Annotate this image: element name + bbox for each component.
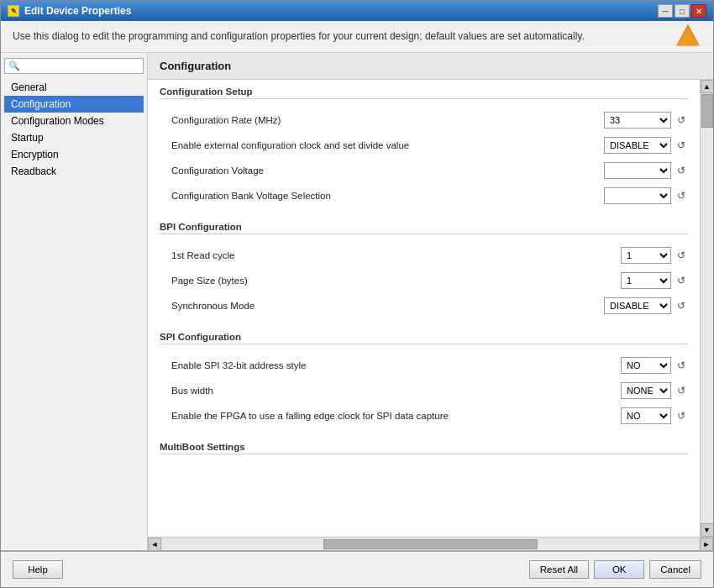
section-title-spi: SPI Configuration: [160, 332, 688, 344]
description-area: Use this dialog to edit the programming …: [1, 21, 713, 53]
h-scroll-thumb[interactable]: [323, 539, 538, 549]
section-spi: SPI Configuration: [148, 325, 700, 353]
scroll-right-button[interactable]: ►: [700, 538, 713, 551]
control-falling-edge: NOYES ↺: [621, 407, 688, 424]
label-read-cycle: 1st Read cycle: [171, 250, 621, 260]
minimize-button[interactable]: ─: [658, 4, 673, 18]
refresh-spi-address[interactable]: ↺: [675, 359, 688, 372]
select-config-voltage[interactable]: 1.8V2.5V3.3V: [604, 162, 671, 179]
label-falling-edge: Enable the FPGA to use a falling edge cl…: [171, 411, 621, 421]
section-bpi: BPI Configuration: [148, 215, 700, 243]
label-config-rate: Configuration Rate (MHz): [171, 115, 604, 125]
description-bar: Use this dialog to edit the programming …: [1, 21, 713, 53]
bottom-left: Help: [13, 560, 63, 579]
right-panel: Configuration Configuration Setup Config…: [148, 53, 713, 550]
select-sync-mode[interactable]: DISABLEENABLE: [604, 297, 671, 314]
refresh-sync-mode[interactable]: ↺: [675, 299, 688, 312]
refresh-config-rate[interactable]: ↺: [675, 113, 688, 127]
section-title-config-setup: Configuration Setup: [160, 87, 688, 99]
sidebar-item-startup[interactable]: Startup: [4, 129, 144, 146]
row-ext-clock: Enable external configuration clock and …: [148, 133, 700, 158]
sidebar-item-readback[interactable]: Readback: [4, 163, 144, 180]
control-sync-mode: DISABLEENABLE ↺: [604, 297, 688, 314]
label-bank-voltage: Configuration Bank Voltage Selection: [171, 191, 604, 201]
window-icon: ✎: [8, 5, 19, 17]
label-config-voltage: Configuration Voltage: [171, 165, 604, 176]
scroll-up-button[interactable]: ▲: [701, 80, 714, 93]
help-button[interactable]: Help: [13, 560, 63, 579]
section-title-multiboot: MultiBoot Settings: [160, 442, 688, 454]
control-bus-width: NONE124 ↺: [621, 382, 688, 399]
row-falling-edge: Enable the FPGA to use a falling edge cl…: [148, 403, 700, 428]
row-bus-width: Bus width NONE124 ↺: [148, 378, 700, 403]
panel-header: Configuration: [148, 53, 713, 80]
select-spi-address[interactable]: NOYES: [621, 357, 671, 374]
row-sync-mode: Synchronous Mode DISABLEENABLE ↺: [148, 293, 700, 318]
main-content: 🔍 General Configuration Configuration Mo…: [1, 53, 713, 550]
control-read-cycle: 1234 ↺: [621, 247, 688, 264]
title-bar-left: ✎ Edit Device Properties: [8, 5, 131, 17]
reset-all-button[interactable]: Reset All: [529, 560, 589, 579]
control-spi-address: NOYES ↺: [621, 357, 688, 374]
sidebar-item-configuration[interactable]: Configuration: [4, 96, 144, 113]
bottom-right: Reset All OK Cancel: [529, 560, 701, 579]
refresh-bank-voltage[interactable]: ↺: [675, 189, 688, 202]
label-ext-clock: Enable external configuration clock and …: [171, 140, 604, 150]
label-page-size: Page Size (bytes): [171, 276, 621, 286]
control-page-size: 14816 ↺: [621, 272, 688, 289]
search-icon: 🔍: [8, 60, 20, 71]
row-config-rate: Configuration Rate (MHz) 33631 ↺: [148, 108, 700, 133]
sidebar: 🔍 General Configuration Configuration Mo…: [1, 53, 148, 550]
select-falling-edge[interactable]: NOYES: [621, 407, 671, 424]
section-config-setup: Configuration Setup: [148, 80, 700, 108]
control-config-rate: 33631 ↺: [604, 112, 688, 129]
section-multiboot: MultiBoot Settings: [148, 435, 700, 476]
search-input[interactable]: [22, 60, 139, 71]
control-ext-clock: DISABLEENABLE ↺: [604, 137, 688, 154]
select-read-cycle[interactable]: 1234: [621, 247, 671, 264]
row-page-size: Page Size (bytes) 14816 ↺: [148, 268, 700, 293]
ok-button[interactable]: OK: [594, 560, 644, 579]
section-title-bpi: BPI Configuration: [160, 222, 688, 234]
label-bus-width: Bus width: [171, 386, 621, 396]
main-window: ✎ Edit Device Properties ─ □ ✕ Use this …: [0, 0, 714, 588]
scroll-down-button[interactable]: ▼: [701, 523, 714, 537]
select-page-size[interactable]: 14816: [621, 272, 671, 289]
window-title: Edit Device Properties: [24, 5, 131, 17]
scroll-thumb[interactable]: [701, 94, 713, 128]
row-spi-address: Enable SPI 32-bit address style NOYES ↺: [148, 353, 700, 378]
close-button[interactable]: ✕: [691, 4, 706, 18]
refresh-read-cycle[interactable]: ↺: [675, 249, 688, 262]
row-read-cycle: 1st Read cycle 1234 ↺: [148, 243, 700, 268]
panel-body: Configuration Setup Configuration Rate (…: [148, 80, 700, 537]
scroll-left-button[interactable]: ◄: [148, 538, 161, 551]
select-bank-voltage[interactable]: 1.8V2.5V3.3V: [604, 187, 671, 204]
sidebar-item-general[interactable]: General: [4, 79, 144, 96]
maximize-button[interactable]: □: [675, 4, 690, 18]
row-bank-voltage: Configuration Bank Voltage Selection 1.8…: [148, 183, 700, 208]
select-bus-width[interactable]: NONE124: [621, 382, 671, 399]
refresh-config-voltage[interactable]: ↺: [675, 164, 688, 177]
h-scroll-track: [162, 538, 699, 550]
row-config-voltage: Configuration Voltage 1.8V2.5V3.3V ↺: [148, 158, 700, 183]
refresh-falling-edge[interactable]: ↺: [675, 409, 688, 423]
refresh-ext-clock[interactable]: ↺: [675, 139, 688, 152]
search-box[interactable]: 🔍: [4, 58, 144, 74]
brand-logo: [675, 22, 701, 51]
description-text: Use this dialog to edit the programming …: [13, 30, 585, 42]
label-sync-mode: Synchronous Mode: [171, 301, 604, 311]
select-config-rate[interactable]: 33631: [604, 112, 671, 129]
refresh-bus-width[interactable]: ↺: [675, 384, 688, 397]
select-ext-clock[interactable]: DISABLEENABLE: [604, 137, 671, 154]
refresh-page-size[interactable]: ↺: [675, 274, 688, 287]
sidebar-item-configuration-modes[interactable]: Configuration Modes: [4, 113, 144, 129]
control-config-voltage: 1.8V2.5V3.3V ↺: [604, 162, 688, 179]
panel-title: Configuration: [160, 60, 701, 72]
vertical-scrollbar: ▲ ▼: [700, 80, 713, 537]
cancel-button[interactable]: Cancel: [649, 560, 701, 579]
bottom-bar: Help Reset All OK Cancel: [1, 550, 713, 587]
scroll-track: [701, 94, 713, 522]
label-spi-address: Enable SPI 32-bit address style: [171, 360, 621, 370]
control-bank-voltage: 1.8V2.5V3.3V ↺: [604, 187, 688, 204]
sidebar-item-encryption[interactable]: Encryption: [4, 146, 144, 163]
